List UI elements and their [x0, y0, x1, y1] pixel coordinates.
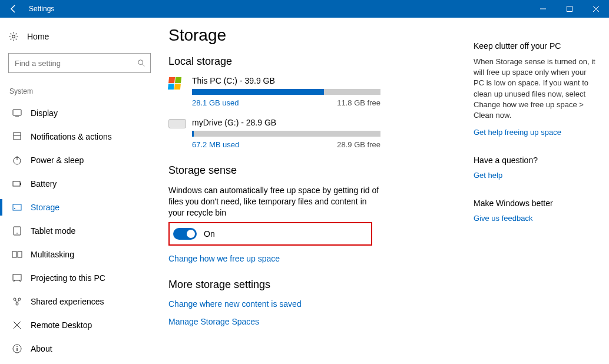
multitasking-icon: [12, 249, 22, 260]
windows-logo-icon: [168, 77, 193, 90]
svg-point-2: [12, 35, 15, 38]
storage-icon: [12, 202, 22, 213]
freeing-space-link[interactable]: Get help freeing up space: [474, 128, 598, 137]
drive-free: 28.9 GB free: [337, 140, 380, 149]
window-title: Settings: [29, 5, 54, 13]
sidebar-item-label: Tablet mode: [31, 226, 75, 236]
minimize-button[interactable]: [529, 0, 556, 18]
svg-rect-13: [13, 204, 21, 210]
change-content-saved-link[interactable]: Change where new content is saved: [168, 299, 464, 309]
sidebar-item-remote-desktop[interactable]: Remote Desktop: [8, 313, 151, 337]
sidebar-item-storage[interactable]: Storage: [8, 196, 151, 219]
sidebar-item-tablet-mode[interactable]: Tablet mode: [8, 219, 151, 243]
more-storage-section: More storage settings Change where new c…: [168, 279, 464, 326]
more-storage-heading: More storage settings: [168, 279, 464, 291]
home-label: Home: [27, 32, 49, 41]
get-help-link[interactable]: Get help: [474, 171, 598, 180]
svg-point-25: [16, 346, 18, 348]
storage-sense-description: Windows can automatically free up space …: [168, 185, 380, 219]
sidebar-item-label: Storage: [31, 203, 59, 212]
about-icon: [12, 343, 22, 354]
sidebar-item-power-sleep[interactable]: Power & sleep: [8, 148, 151, 172]
svg-rect-12: [20, 183, 21, 185]
sidebar-item-label: Battery: [31, 179, 57, 188]
display-icon: [12, 108, 22, 118]
search-input[interactable]: [14, 58, 137, 68]
svg-point-20: [14, 298, 16, 300]
clutter-text: When Storage sense is turned on, it will…: [474, 57, 598, 121]
storage-sense-toggle-row: On: [168, 222, 372, 246]
svg-point-14: [14, 208, 15, 209]
storage-sense-toggle[interactable]: [173, 228, 197, 240]
sidebar-item-label: Display: [31, 108, 58, 118]
drive-name: This PC (C:) - 39.9 GB: [192, 76, 380, 85]
power-icon: [12, 155, 22, 166]
sidebar-item-label: Notifications & actions: [31, 132, 112, 141]
drive-usage-bar: [192, 131, 380, 137]
storage-sense-section: Storage sense Windows can automatically …: [168, 164, 464, 263]
svg-rect-11: [13, 181, 20, 186]
close-button[interactable]: [582, 0, 609, 18]
sidebar-item-label: Power & sleep: [31, 155, 84, 165]
svg-rect-18: [18, 252, 22, 257]
titlebar: Settings: [0, 0, 609, 18]
sidebar-item-notifications-actions[interactable]: Notifications & actions: [8, 125, 151, 148]
clutter-heading: Keep clutter off your PC: [474, 41, 598, 51]
local-storage-heading: Local storage: [168, 55, 464, 68]
manage-storage-spaces-link[interactable]: Manage Storage Spaces: [168, 317, 464, 326]
tablet-icon: [12, 226, 22, 236]
svg-point-22: [16, 303, 18, 305]
svg-rect-5: [13, 110, 21, 115]
svg-point-23: [16, 325, 18, 326]
sidebar-item-label: Shared experiences: [31, 297, 104, 306]
change-free-up-link[interactable]: Change how we free up space: [168, 254, 464, 263]
drive-item[interactable]: myDrive (G:) - 28.9 GB67.2 MB used28.9 G…: [168, 118, 464, 149]
gear-icon: [8, 31, 19, 42]
hdd-icon: [168, 119, 186, 128]
feedback-link[interactable]: Give us feedback: [474, 214, 598, 223]
drive-usage-bar: [192, 89, 380, 95]
drive-used: 28.1 GB used: [192, 98, 239, 107]
svg-line-4: [143, 64, 145, 67]
question-heading: Have a question?: [474, 155, 598, 165]
maximize-button[interactable]: [556, 0, 582, 18]
drive-used: 67.2 MB used: [192, 140, 239, 149]
svg-rect-19: [13, 274, 21, 280]
drive-free: 11.8 GB free: [337, 98, 380, 107]
svg-rect-17: [12, 252, 16, 257]
sidebar-item-projecting-to-this-pc[interactable]: Projecting to this PC: [8, 266, 151, 290]
home-button[interactable]: Home: [8, 28, 151, 45]
svg-rect-1: [567, 6, 572, 12]
page-title: Storage: [168, 26, 464, 45]
sidebar-item-display[interactable]: Display: [8, 101, 151, 125]
sidebar: Home System DisplayNotifications & actio…: [0, 18, 159, 364]
search-icon: [137, 59, 145, 67]
svg-point-3: [138, 60, 143, 65]
better-heading: Make Windows better: [474, 198, 598, 208]
sidebar-item-about[interactable]: About: [8, 337, 151, 360]
remote-icon: [12, 320, 22, 330]
info-aside: Keep clutter off your PC When Storage se…: [474, 18, 609, 364]
nav-group-label: System: [9, 87, 151, 95]
back-button[interactable]: [0, 0, 27, 18]
drive-item[interactable]: This PC (C:) - 39.9 GB28.1 GB used11.8 G…: [168, 76, 464, 107]
sidebar-item-shared-experiences[interactable]: Shared experiences: [8, 290, 151, 313]
storage-sense-heading: Storage sense: [168, 164, 464, 177]
battery-icon: [12, 178, 22, 189]
sidebar-item-multitasking[interactable]: Multitasking: [8, 243, 151, 266]
notifications-icon: [12, 131, 22, 142]
drive-name: myDrive (G:) - 28.9 GB: [192, 118, 380, 127]
svg-rect-15: [14, 227, 21, 235]
sidebar-item-label: Projecting to this PC: [31, 273, 105, 283]
search-box[interactable]: [8, 53, 151, 73]
sidebar-item-label: Multitasking: [31, 250, 74, 259]
local-storage-section: Local storage This PC (C:) - 39.9 GB28.1…: [168, 55, 464, 149]
shared-icon: [12, 296, 22, 307]
svg-rect-7: [14, 133, 21, 140]
projecting-icon: [12, 273, 22, 283]
sidebar-item-battery[interactable]: Battery: [8, 172, 151, 196]
sidebar-item-label: Remote Desktop: [31, 320, 92, 330]
svg-point-16: [16, 233, 18, 234]
sidebar-item-label: About: [31, 344, 52, 353]
main-content: Storage Local storage This PC (C:) - 39.…: [159, 18, 474, 364]
